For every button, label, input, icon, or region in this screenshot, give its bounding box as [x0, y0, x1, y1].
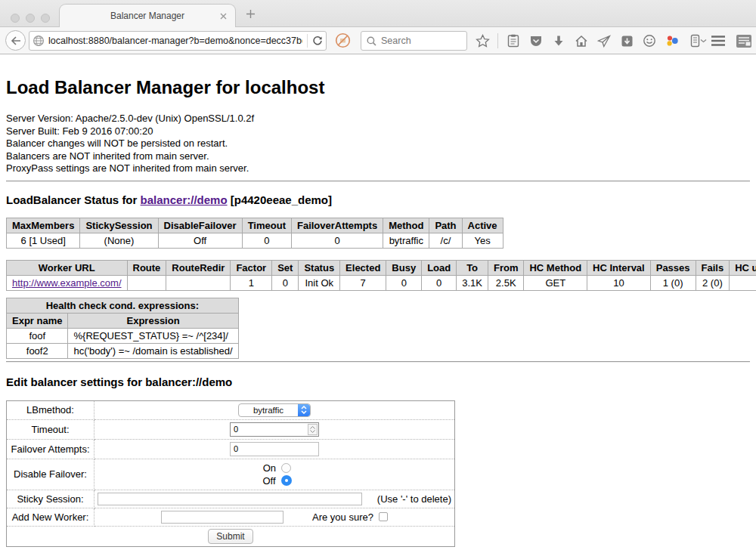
- col-failoverattempts: FailoverAttempts: [291, 218, 383, 233]
- radio-line-off: Off: [98, 474, 451, 487]
- persist-note-line: Balancer changes will NOT be persisted o…: [6, 138, 750, 150]
- timeout-input[interactable]: [230, 422, 319, 437]
- lbmethod-selected-value: bytraffic: [239, 404, 298, 416]
- new-tab-button[interactable]: [243, 7, 257, 20]
- menu-hamburger-icon[interactable]: [711, 32, 726, 49]
- divider: [6, 361, 750, 363]
- col-route: Route: [127, 260, 166, 275]
- back-button[interactable]: [5, 30, 26, 51]
- failover-attempts-row: Failover Attempts:: [7, 439, 455, 459]
- health-row-foof: foof %{REQUEST_STATUS} =~ /^[234]/: [7, 328, 239, 343]
- expr-name-foof: foof: [7, 328, 68, 343]
- val-load: 0: [422, 275, 457, 290]
- extension-download-icon[interactable]: [619, 32, 634, 49]
- page-title: Load Balancer Manager for localhost: [6, 77, 750, 98]
- col-set: Set: [272, 260, 299, 275]
- screenshot-grid-icon[interactable]: [735, 32, 753, 49]
- val-stickysession: (None): [80, 233, 158, 248]
- val-fails: 2 (0): [696, 275, 730, 290]
- tab-balancer-manager[interactable]: Balancer Manager: [59, 4, 236, 27]
- balancer-demo-link[interactable]: balancer://demo: [141, 193, 228, 206]
- status-heading-suffix: [p4420eeae_demo]: [228, 193, 332, 206]
- balancer-settings-form: LBmethod: bytraffic Timeout:: [6, 400, 455, 547]
- colored-dots-extension-icon[interactable]: [665, 32, 680, 49]
- home-icon[interactable]: [574, 32, 589, 49]
- are-you-sure-checkbox[interactable]: [379, 512, 388, 521]
- col-to: To: [457, 260, 488, 275]
- val-set: 0: [272, 275, 299, 290]
- toolbar-icons: [475, 31, 710, 51]
- col-routeredir: RouteRedir: [166, 260, 231, 275]
- sidebar-extension-icon[interactable]: [687, 32, 710, 49]
- window-minimize-button[interactable]: [26, 14, 35, 23]
- url-divider: [307, 34, 308, 48]
- toolbar-separator: [497, 33, 498, 48]
- url-input[interactable]: [48, 36, 302, 46]
- sticky-session-input[interactable]: [98, 493, 362, 505]
- val-timeout: 0: [242, 233, 291, 248]
- downloads-icon[interactable]: [551, 32, 566, 49]
- timeout-label: Timeout:: [7, 419, 94, 439]
- sticky-session-label: Sticky Session:: [7, 490, 94, 508]
- bookmark-star-icon[interactable]: [475, 32, 490, 49]
- tab-bar: Balancer Manager: [0, 0, 756, 27]
- server-built-line: Server Built: Feb 9 2016 07:00:20: [6, 125, 750, 138]
- val-elected: 7: [340, 275, 386, 290]
- val-status: Init Ok: [299, 275, 340, 290]
- search-bar[interactable]: [361, 31, 467, 51]
- blocked-content-icon[interactable]: [335, 32, 351, 51]
- health-table-title: Health check cond. expressions:: [7, 298, 239, 313]
- status-heading-prefix: LoadBalancer Status for: [6, 193, 141, 206]
- add-worker-input[interactable]: [161, 511, 284, 524]
- number-stepper-icon[interactable]: [308, 424, 318, 435]
- loadbalancer-status-heading: LoadBalancer Status for balancer://demo …: [6, 193, 750, 206]
- failover-attempts-input[interactable]: [230, 442, 319, 456]
- send-page-icon[interactable]: [596, 32, 612, 49]
- expr-value-foof: %{REQUEST_STATUS} =~ /^[234]/: [68, 328, 238, 343]
- worker-data-row: http://www.example.com/ 1 0 Init Ok 7 0 …: [7, 275, 756, 290]
- worker-url-link[interactable]: http://www.example.com/: [12, 277, 122, 289]
- reading-list-icon[interactable]: [506, 32, 521, 49]
- lbmethod-select[interactable]: bytraffic: [238, 403, 311, 417]
- tab-close-icon[interactable]: [218, 11, 228, 20]
- col-active: Active: [462, 218, 503, 233]
- radio-off-button[interactable]: [281, 475, 292, 486]
- tab-title: Balancer Manager: [110, 11, 184, 21]
- window-zoom-button[interactable]: [41, 14, 50, 23]
- are-you-sure-label: Are you sure?: [312, 511, 373, 523]
- col-hc-interval: HC Interval: [587, 260, 651, 275]
- col-hc-uri: HC uri: [730, 260, 756, 275]
- proxypass-note-line: ProxyPass settings are NOT inherited fro…: [6, 162, 750, 175]
- submit-row: Submit: [7, 526, 455, 546]
- col-timeout: Timeout: [242, 218, 291, 233]
- col-method: Method: [383, 218, 429, 233]
- col-from: From: [488, 260, 524, 275]
- balancer-header-row: MaxMembers StickySession DisableFailover…: [7, 218, 503, 233]
- col-busy: Busy: [386, 260, 422, 275]
- val-to: 3.1K: [457, 275, 488, 290]
- expr-name-foof2: foof2: [7, 343, 68, 358]
- val-hc-uri: [730, 275, 756, 290]
- search-icon: [367, 36, 376, 46]
- balancer-data-row: 6 [1 Used] (None) Off 0 0 bytraffic /c/ …: [7, 233, 503, 248]
- lbmethod-label: LBmethod:: [7, 400, 94, 419]
- edit-settings-heading: Edit balancer settings for balancer://de…: [6, 375, 750, 388]
- val-active: Yes: [462, 233, 503, 248]
- page-content: Load Balancer Manager for localhost Serv…: [0, 54, 756, 550]
- server-version-line: Server Version: Apache/2.5.0-dev (Unix) …: [6, 113, 750, 125]
- feedback-smiley-icon[interactable]: [642, 32, 657, 49]
- divider: [6, 181, 750, 182]
- url-bar[interactable]: [29, 31, 327, 51]
- window-close-button[interactable]: [11, 14, 20, 23]
- submit-button[interactable]: Submit: [208, 529, 253, 544]
- radio-on-button[interactable]: [281, 463, 291, 473]
- col-passes: Passes: [650, 260, 696, 275]
- col-worker-url: Worker URL: [7, 260, 128, 275]
- search-input[interactable]: [381, 36, 461, 46]
- pocket-icon[interactable]: [528, 32, 544, 49]
- worker-header-row: Worker URL Route RouteRedir Factor Set S…: [7, 260, 756, 275]
- col-hc-method: HC Method: [524, 260, 587, 275]
- col-expression: Expression: [68, 313, 238, 328]
- val-disablefailover: Off: [158, 233, 242, 248]
- reload-icon[interactable]: [312, 36, 323, 46]
